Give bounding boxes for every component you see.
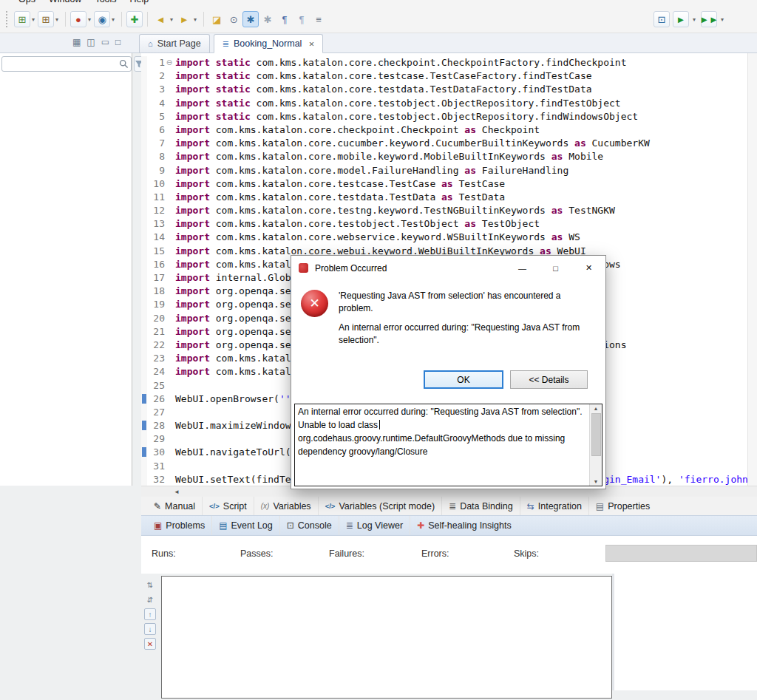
errors-label: Errors:	[421, 548, 514, 559]
minimize-view-icon[interactable]: ▭	[101, 37, 109, 47]
console-view-icon[interactable]: ⊡	[654, 11, 670, 27]
tab-properties[interactable]: ▤ Properties	[588, 497, 656, 515]
new-test-case-icon-dropdown[interactable]: ▾	[32, 16, 35, 23]
fold-marker	[165, 285, 174, 298]
tab-self-healing-insights[interactable]: ✚ Self-healing Insights	[410, 516, 518, 535]
clear-log-icon[interactable]: ✕	[144, 638, 156, 650]
tab-problems[interactable]: ▣ Problems	[147, 516, 211, 535]
log-viewer-icon: ≣	[346, 521, 353, 530]
spy-web-icon[interactable]: ◉	[94, 11, 110, 27]
back-icon-dropdown[interactable]: ▾	[170, 16, 173, 23]
show-whitespace-alt-icon[interactable]: ¶	[293, 11, 310, 27]
fold-marker	[165, 83, 174, 96]
details-scrollbar[interactable]: ▲ ▼	[589, 404, 602, 486]
scroll-thumb[interactable]	[591, 413, 601, 456]
line-number: 29	[147, 432, 165, 446]
fold-marker[interactable]: ⊖	[165, 56, 174, 69]
code-line: 1⊖import static com.kms.katalon.core.che…	[141, 56, 757, 69]
tests-explorer-panel	[0, 53, 132, 486]
forward-icon-glyph: ►	[180, 15, 189, 24]
view-menu-icon[interactable]: ▦	[72, 37, 81, 47]
scroll-up-icon[interactable]: ▲	[594, 406, 599, 411]
tab-manual[interactable]: ✎ Manual	[147, 497, 202, 515]
record-web-icon-dropdown[interactable]: ▾	[88, 16, 91, 23]
fold-marker	[165, 258, 174, 271]
format-icon[interactable]: ✱	[259, 11, 276, 27]
minimize-icon[interactable]: —	[506, 256, 539, 280]
restore-view-icon[interactable]: ◫	[86, 37, 95, 47]
spy-glass-icon[interactable]: ⊙	[225, 11, 242, 27]
back-icon[interactable]: ◄	[152, 11, 169, 27]
line-number: 11	[147, 191, 165, 204]
spy-web-icon-dropdown[interactable]: ▾	[112, 16, 115, 23]
line-number: 21	[147, 325, 165, 339]
add-icon[interactable]: ✚	[126, 11, 143, 27]
run-all-icon[interactable]: ►►	[701, 11, 717, 27]
tab-variables[interactable]: (x) Variables	[254, 497, 318, 515]
new-object-icon[interactable]: ⊞	[38, 11, 54, 27]
overview-ruler[interactable]	[747, 53, 757, 486]
tab-log-viewer[interactable]: ≣ Log Viewer	[339, 516, 410, 535]
fold-marker	[165, 271, 174, 285]
record-web-icon[interactable]: ●	[70, 11, 86, 27]
gutter-marker	[141, 164, 147, 177]
fold-marker	[165, 137, 174, 150]
close-tab-icon[interactable]: ✕	[308, 40, 314, 48]
close-icon[interactable]: ✕	[572, 256, 605, 280]
gutter-marker	[141, 379, 147, 393]
details-line: Unable to load class	[298, 418, 586, 432]
details-line: org.codehaus.groovy.runtime.DefaultGroov…	[298, 432, 586, 458]
gutter-marker	[141, 56, 147, 69]
menu-window[interactable]: Window	[42, 0, 88, 5]
fold-marker	[165, 69, 174, 83]
next-item-icon[interactable]: ↓	[144, 623, 156, 635]
fold-marker	[165, 393, 174, 406]
fold-marker	[165, 97, 174, 110]
variables-script-icon: </>	[325, 503, 336, 510]
forward-icon-dropdown[interactable]: ▾	[194, 16, 197, 23]
new-test-case-icon[interactable]: ⊞	[14, 11, 30, 27]
run-icon-dropdown[interactable]: ▾	[693, 16, 696, 23]
scroll-left-icon[interactable]: ◄	[174, 489, 180, 495]
code-line: 10import com.kms.katalon.core.testcase.T…	[141, 177, 757, 191]
maximize-icon[interactable]: □	[539, 256, 572, 280]
tab-start-page[interactable]: ⌂ Start Page	[139, 34, 210, 53]
fold-marker	[165, 298, 174, 311]
forward-icon[interactable]: ►	[176, 11, 192, 27]
expand-all-icon[interactable]: ⇅	[144, 579, 156, 591]
code-line: 14import com.kms.katalon.core.webservice…	[141, 231, 757, 244]
tab-event-log[interactable]: ▤ Event Log	[211, 516, 279, 535]
tab-booking-normal[interactable]: ≣ Booking_Normal ✕	[214, 34, 324, 53]
editor-tab-row: ▦ ◫ ▭ □ ⌂ Start Page ≣ Booking_Normal ✕	[0, 33, 757, 53]
maximize-view-icon[interactable]: □	[115, 37, 120, 47]
scroll-down-icon[interactable]: ▼	[594, 479, 599, 484]
code-line: 2import static com.kms.katalon.core.test…	[141, 69, 757, 83]
previous-item-icon[interactable]: ↑	[144, 608, 156, 620]
dialog-message: 'Requesting Java AST from selection' has…	[339, 290, 585, 346]
search-input[interactable]	[4, 59, 119, 69]
tab-console[interactable]: ⊡ Console	[279, 516, 339, 535]
ok-button[interactable]: OK	[424, 370, 503, 389]
menu-tools[interactable]: Tools	[88, 0, 123, 5]
gutter-marker	[141, 365, 147, 378]
menu-help[interactable]: Help	[123, 0, 156, 5]
menu-ops[interactable]: Ops	[12, 0, 42, 5]
tab-integration[interactable]: ⇆ Integration	[520, 497, 588, 515]
run-all-icon-dropdown[interactable]: ▾	[721, 16, 724, 23]
collapse-all-icon[interactable]: ⇵	[144, 594, 156, 605]
tab-script[interactable]: </> Script	[202, 497, 254, 515]
details-button[interactable]: << Details	[510, 370, 588, 389]
dialog-title-bar[interactable]: Problem Occurred — □ ✕	[291, 256, 605, 280]
line-number: 18	[147, 285, 165, 298]
format-icon-glyph: ✱	[264, 15, 272, 24]
run-icon[interactable]: ►	[673, 11, 689, 27]
tab-variables-script-mode[interactable]: </> Variables (Script mode)	[318, 497, 441, 515]
new-object-icon-dropdown[interactable]: ▾	[55, 16, 58, 23]
open-folder-icon[interactable]: ◪	[208, 11, 225, 27]
toolbar-drag-handle[interactable]	[6, 11, 10, 27]
highlight-marker-icon[interactable]: ✱	[242, 11, 259, 27]
show-whitespace-icon[interactable]: ¶	[276, 11, 293, 27]
indent-icon[interactable]: ≡	[310, 11, 327, 27]
fold-marker	[165, 446, 174, 459]
tab-data-binding[interactable]: ≣ Data Binding	[441, 497, 520, 515]
